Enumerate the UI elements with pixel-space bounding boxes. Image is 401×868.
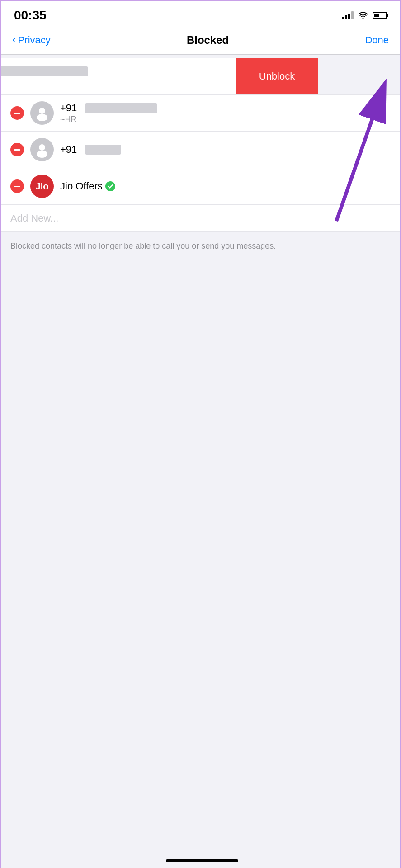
contact-row-2: +91 ~HR <box>1 95 400 132</box>
avatar-3 <box>30 138 54 161</box>
add-new-row[interactable]: Add New... <box>1 205 400 232</box>
svg-point-1 <box>37 114 47 121</box>
home-indicator <box>1 850 401 868</box>
contact-phone-1: +1 <box>1 66 236 77</box>
status-bar: 00:35 <box>1 1 400 26</box>
avatar-2 <box>30 101 54 125</box>
verified-badge-icon <box>105 181 115 191</box>
contact-info-2: +91 ~HR <box>60 102 391 124</box>
done-button[interactable]: Done <box>365 34 389 46</box>
svg-point-0 <box>39 108 45 114</box>
contact-name-jio: Jio Offers <box>60 180 391 192</box>
footer-text: Blocked contacts will no longer be able … <box>1 232 400 260</box>
contact-phone-2: +91 <box>60 102 391 114</box>
contact-info-jio: Jio Offers <box>60 180 391 192</box>
person-icon-3 <box>34 142 50 158</box>
svg-point-4 <box>105 181 115 191</box>
unblock-button[interactable]: Unblock <box>236 58 318 94</box>
page-title: Blocked <box>187 34 229 47</box>
add-new-label[interactable]: Add New... <box>10 212 58 224</box>
status-icons <box>342 11 387 19</box>
contact-row-swipe: +1 ~Ma. Unblock <box>1 58 400 95</box>
contact-row-jio: Jio Jio Offers <box>1 168 400 205</box>
signal-icon <box>342 11 354 19</box>
back-label: Privacy <box>18 34 51 46</box>
contact-info-3: +91 <box>60 144 391 156</box>
contact-subtitle-2: ~HR <box>60 115 391 124</box>
battery-icon <box>373 12 387 19</box>
svg-point-2 <box>39 144 45 151</box>
blocked-contacts-list: +1 ~Ma. Unblock +91 <box>1 58 400 232</box>
contact-row-first: +1 ~Ma. <box>1 58 236 94</box>
contact-info-1: +1 ~Ma. <box>1 66 236 88</box>
remove-icon-2[interactable] <box>10 106 24 120</box>
contact-phone-3: +91 <box>60 144 391 156</box>
nav-bar: ‹ Privacy Blocked Done <box>1 26 400 55</box>
remove-icon-3[interactable] <box>10 143 24 156</box>
person-icon-2 <box>34 105 50 121</box>
status-time: 00:35 <box>14 8 47 23</box>
chevron-left-icon: ‹ <box>12 33 16 47</box>
contact-subtitle-1: ~Ma. <box>1 78 236 88</box>
back-button[interactable]: ‹ Privacy <box>12 33 51 47</box>
svg-point-3 <box>37 151 47 158</box>
home-bar <box>166 859 238 862</box>
remove-icon-jio[interactable] <box>10 179 24 193</box>
contact-row-3: +91 <box>1 132 400 168</box>
jio-avatar: Jio <box>30 175 54 198</box>
wifi-icon <box>358 12 368 19</box>
